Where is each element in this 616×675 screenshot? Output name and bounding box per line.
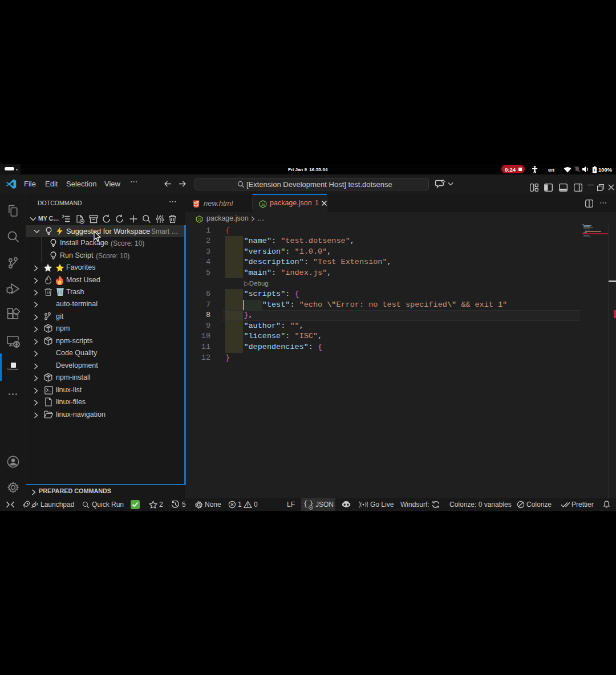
svg-text:JS: JS	[198, 218, 202, 221]
svg-text:JS: JS	[261, 203, 265, 206]
